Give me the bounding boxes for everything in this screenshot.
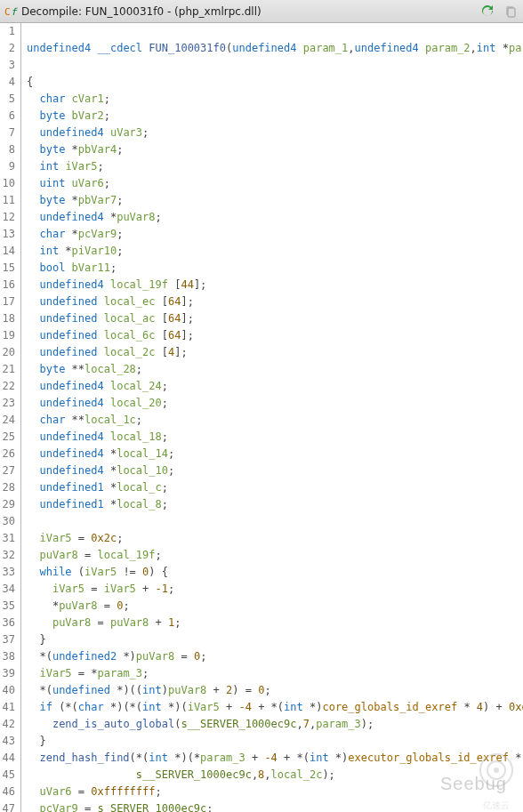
token-pn xyxy=(27,532,39,544)
code-line[interactable]: } xyxy=(27,631,523,648)
code-line[interactable]: undefined4 *puVar8; xyxy=(27,209,523,226)
line-number: 31 xyxy=(2,530,15,547)
code-line[interactable]: int iVar5; xyxy=(27,158,523,175)
token-pn: ; xyxy=(142,126,149,139)
token-nm: -4 xyxy=(264,752,277,764)
code-line[interactable]: undefined4 local_24; xyxy=(27,378,523,395)
line-number: 45 xyxy=(2,767,15,784)
token-kw: char xyxy=(78,701,104,713)
code-line[interactable]: undefined4 __cdecl FUN_100031f0(undefine… xyxy=(27,40,523,57)
token-fn: FUN_100031f0 xyxy=(149,42,226,54)
code-line[interactable]: pcVar9 = s_SERVER_1000ec9c; xyxy=(27,800,523,812)
line-number: 34 xyxy=(2,581,15,598)
code-line[interactable]: { xyxy=(27,74,523,91)
token-nm: 4 xyxy=(477,701,483,713)
code-line[interactable]: iVar5 = *param_3; xyxy=(27,665,523,682)
code-area[interactable]: undefined4 __cdecl FUN_100031f0(undefine… xyxy=(21,23,523,812)
token-nm: 64 xyxy=(168,295,181,308)
token-pn xyxy=(27,245,39,257)
token-pn xyxy=(27,92,39,105)
token-pn: [ xyxy=(156,312,168,325)
line-number: 35 xyxy=(2,598,15,615)
line-number: 4 xyxy=(2,74,15,91)
code-line[interactable]: undefined4 local_19f [44]; xyxy=(27,277,523,293)
code-line[interactable]: uint uVar6; xyxy=(27,175,523,192)
code-line[interactable]: puVar8 = puVar8 + 1; xyxy=(27,615,523,631)
code-line[interactable]: if (*(char *)(*(int *)(iVar5 + -4 + *(in… xyxy=(27,699,523,716)
line-number: 44 xyxy=(2,750,15,767)
token-id: pbVar4 xyxy=(78,143,117,156)
line-number-gutter: 1234567891011121314151617181920212223242… xyxy=(0,23,21,812)
code-line[interactable]: zend_hash_find(*(int *)(*param_3 + -4 + … xyxy=(27,750,523,767)
code-line[interactable]: while (iVar5 != 0) { xyxy=(27,564,523,581)
token-nm: -4 xyxy=(238,701,251,713)
token-id: local_1c xyxy=(84,414,136,426)
code-editor[interactable]: 1234567891011121314151617181920212223242… xyxy=(0,23,523,812)
token-pn xyxy=(27,363,39,375)
code-line[interactable]: undefined4 *local_14; xyxy=(27,446,523,462)
code-line[interactable]: undefined local_ac [64]; xyxy=(27,310,523,327)
token-kw: while xyxy=(39,566,71,578)
token-pn xyxy=(27,616,52,629)
code-line[interactable]: *(undefined *)((int)puVar8 + 2) = 0; xyxy=(27,682,523,699)
code-line[interactable]: undefined4 local_20; xyxy=(27,395,523,412)
token-id: uVar6 xyxy=(72,177,104,189)
code-line[interactable]: iVar5 = iVar5 + -1; xyxy=(27,581,523,598)
code-line[interactable]: zend_is_auto_global(s__SERVER_1000ec9c,7… xyxy=(27,716,523,733)
code-line[interactable]: int *piVar10; xyxy=(27,243,523,260)
token-pn: ; xyxy=(200,650,206,663)
token-id: iVar5 xyxy=(188,701,220,713)
code-line[interactable]: puVar8 = local_19f; xyxy=(27,547,523,564)
code-line[interactable]: undefined4 uVar3; xyxy=(27,125,523,141)
token-pn: ; xyxy=(98,160,104,173)
code-line[interactable]: byte *pbVar7; xyxy=(27,192,523,209)
code-line[interactable]: undefined4 *local_10; xyxy=(27,462,523,479)
token-pn: ) = xyxy=(232,684,258,696)
code-line[interactable]: } xyxy=(27,733,523,750)
code-line[interactable] xyxy=(27,57,523,74)
token-pn xyxy=(27,447,39,460)
code-line[interactable]: undefined local_2c [4]; xyxy=(27,344,523,361)
token-pn: * xyxy=(457,701,477,713)
code-line[interactable]: byte **local_28; xyxy=(27,361,523,378)
code-line[interactable]: *puVar8 = 0; xyxy=(27,598,523,615)
token-pn: = xyxy=(91,616,110,629)
token-pn: , xyxy=(471,42,477,54)
line-number: 24 xyxy=(2,412,15,429)
token-kw: undefined4 xyxy=(39,397,103,409)
code-line[interactable]: undefined local_ec [64]; xyxy=(27,293,523,310)
code-line[interactable]: char cVar1; xyxy=(27,91,523,108)
copy-button[interactable] xyxy=(502,3,519,20)
token-id: iVar5 xyxy=(104,583,136,595)
token-pn: ) + xyxy=(483,701,509,713)
token-st: s_SERVER_1000ec9c xyxy=(98,802,207,812)
code-line[interactable]: uVar6 = 0xffffffff; xyxy=(27,784,523,800)
code-line[interactable] xyxy=(27,513,523,530)
code-line[interactable]: char *pcVar9; xyxy=(27,226,523,243)
title-bar: Cf Decompile: FUN_100031f0 - (php_xmlrpc… xyxy=(0,0,523,23)
code-line[interactable]: s__SERVER_1000ec9c,8,local_2c); xyxy=(27,767,523,784)
code-line[interactable]: byte bVar2; xyxy=(27,108,523,125)
code-line[interactable]: bool bVar11; xyxy=(27,260,523,277)
code-line[interactable]: *(undefined2 *)puVar8 = 0; xyxy=(27,648,523,665)
line-number: 19 xyxy=(2,327,15,344)
token-id: puVar8 xyxy=(39,549,77,561)
code-line[interactable]: undefined local_6c [64]; xyxy=(27,327,523,344)
token-kw: int xyxy=(477,42,496,54)
code-line[interactable]: undefined1 *local_c; xyxy=(27,479,523,496)
code-line[interactable]: char **local_1c; xyxy=(27,412,523,429)
code-line[interactable]: undefined1 *local_8; xyxy=(27,496,523,513)
code-line[interactable]: byte *pbVar4; xyxy=(27,141,523,158)
code-line[interactable]: iVar5 = 0x2c; xyxy=(27,530,523,547)
token-pn: [ xyxy=(156,295,168,308)
line-number: 23 xyxy=(2,395,15,412)
token-pn: ; xyxy=(206,802,213,812)
refresh-button[interactable] xyxy=(479,3,496,20)
token-id: bVar11 xyxy=(72,261,110,274)
code-line[interactable]: undefined4 local_18; xyxy=(27,429,523,446)
token-kw: int xyxy=(149,752,168,764)
token-pn xyxy=(27,109,39,122)
code-line[interactable] xyxy=(27,23,523,40)
token-pn xyxy=(27,464,39,477)
token-nm: 0x2c xyxy=(91,532,117,544)
